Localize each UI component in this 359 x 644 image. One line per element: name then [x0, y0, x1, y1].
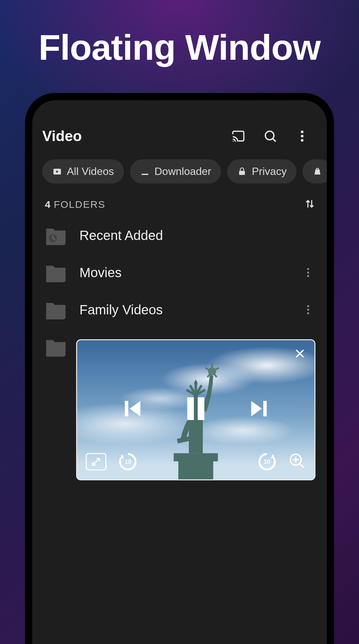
svg-rect-33: [198, 397, 204, 420]
next-track-icon[interactable]: [247, 397, 271, 422]
chip-privacy[interactable]: Privacy: [227, 159, 297, 184]
svg-rect-31: [125, 401, 128, 416]
app-title: Video: [42, 128, 228, 144]
rewind-seconds-label: 10: [118, 451, 138, 472]
chip-label: All Videos: [67, 165, 114, 178]
folders-count: 4FOLDERS: [45, 199, 105, 210]
previous-track-icon[interactable]: [121, 397, 144, 422]
folder-row-family[interactable]: Family Videos: [39, 291, 320, 328]
rewind-10-icon[interactable]: 10: [118, 451, 138, 472]
forward-seconds-label: 10: [257, 451, 277, 472]
fullscreen-icon[interactable]: [86, 453, 106, 470]
hero-title: Floating Window: [0, 27, 359, 68]
svg-point-4: [301, 139, 303, 142]
folder-recent-icon: [44, 225, 67, 245]
cast-icon[interactable]: [228, 126, 248, 146]
zoom-in-icon[interactable]: [289, 452, 306, 471]
svg-rect-32: [187, 397, 194, 420]
folder-label: Recent Added: [79, 228, 315, 243]
svg-point-10: [307, 275, 309, 277]
chip-label: Privacy: [252, 165, 287, 178]
folder-label: Family Videos: [79, 302, 290, 317]
sort-icon[interactable]: [304, 198, 315, 211]
row-more-icon[interactable]: [301, 303, 315, 316]
folder-icon: [44, 300, 67, 320]
forward-10-icon[interactable]: 10: [257, 451, 277, 472]
folder-icon: [44, 263, 67, 282]
folders-section-header: 4FOLDERS: [32, 187, 327, 217]
more-vert-icon[interactable]: [292, 126, 312, 146]
svg-point-13: [307, 312, 309, 314]
player-controls-overlay: 10 10: [77, 340, 314, 479]
row-more-icon[interactable]: [301, 266, 315, 279]
floating-player[interactable]: 10 10: [76, 339, 315, 480]
folder-row-movies[interactable]: Movies: [39, 254, 320, 291]
svg-point-11: [307, 305, 309, 307]
app-bar-actions: [228, 126, 317, 146]
svg-point-2: [301, 130, 303, 133]
chip-label: Downloader: [155, 165, 211, 178]
svg-point-9: [307, 272, 309, 274]
filter-chips[interactable]: All Videos Downloader Privacy: [32, 156, 327, 187]
svg-point-8: [307, 268, 309, 270]
folder-row-recent[interactable]: Recent Added: [39, 217, 320, 254]
svg-point-0: [233, 141, 234, 142]
close-icon[interactable]: [293, 346, 307, 361]
search-icon[interactable]: [260, 126, 280, 146]
svg-point-1: [265, 131, 274, 140]
chip-downloader[interactable]: Downloader: [130, 159, 221, 184]
svg-rect-6: [239, 171, 245, 175]
folder-label: Movies: [79, 265, 290, 280]
app-bar: Video: [32, 100, 327, 156]
chip-more[interactable]: [302, 159, 327, 184]
svg-rect-34: [263, 401, 267, 416]
svg-point-12: [307, 309, 309, 311]
chip-all-videos[interactable]: All Videos: [42, 159, 124, 184]
svg-point-3: [301, 135, 303, 137]
pause-icon[interactable]: [184, 395, 207, 423]
phone-frame: Video: [25, 93, 334, 644]
phone-screen: Video: [32, 100, 327, 644]
folder-icon: [44, 337, 67, 357]
